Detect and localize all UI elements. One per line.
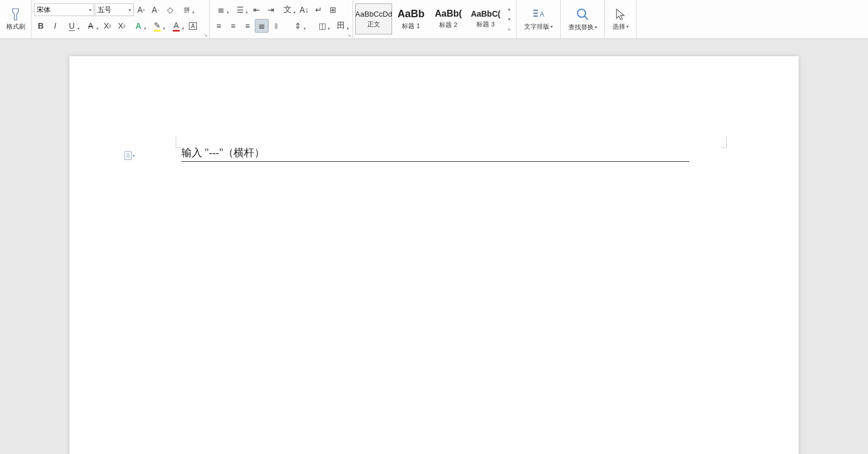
select-cursor-icon	[614, 7, 627, 21]
group-text-layout: A 文字排版▾	[517, 0, 561, 38]
select-button[interactable]: 选择▾	[607, 2, 634, 37]
text-layout-label: 文字排版	[524, 22, 549, 31]
highlight-color-button[interactable]: ✎ ▾	[148, 19, 166, 33]
style-label: 正文	[367, 20, 380, 29]
ribbon-toolbar: 格式刷 宋体 ▾ 五号 ▾ A+ A− ◇ 拼▾ B I U▾ A▾ X2 X2…	[0, 0, 868, 39]
chevron-down-icon: ▾	[129, 7, 131, 13]
outdent-icon: ⇤	[253, 5, 260, 14]
shading-icon: ◫	[319, 21, 326, 30]
svg-rect-2	[533, 15, 538, 17]
text-effects-button[interactable]: A▾	[129, 19, 148, 33]
numbering-icon: ☰	[237, 5, 244, 14]
phonetic-guide-button[interactable]: 拼▾	[177, 3, 196, 17]
document-paragraph[interactable]: 输入 "---"（横杆）	[181, 142, 689, 162]
highlight-icon: ✎	[154, 21, 161, 32]
font-dialog-launcher[interactable]: ↘	[204, 33, 208, 38]
strikethrough-button[interactable]: A▾	[82, 19, 100, 33]
align-left-button[interactable]: ≡	[212, 19, 226, 33]
format-painter-label: 格式刷	[6, 22, 25, 31]
styles-expand[interactable]: ≡	[505, 27, 514, 32]
italic-button[interactable]: I	[48, 19, 62, 33]
tabs-button[interactable]: ⊞	[326, 3, 340, 17]
phonetic-icon: 拼	[184, 6, 190, 14]
find-replace-button[interactable]: 查找替换▾	[563, 2, 602, 37]
text-layout-button[interactable]: A 文字排版▾	[519, 2, 558, 37]
superscript-button[interactable]: X2	[100, 19, 114, 33]
chevron-down-icon: ▾	[133, 153, 135, 158]
paint-brush-icon	[9, 7, 22, 21]
subscript-button[interactable]: X2	[115, 19, 129, 33]
style-heading2[interactable]: AaBb( 标题 2	[430, 3, 467, 34]
group-select: 选择▾	[605, 0, 637, 38]
shading-button[interactable]: ◫▾	[313, 19, 331, 33]
text-effects-icon: A	[135, 21, 141, 30]
style-heading3[interactable]: AaBbC( 标题 3	[467, 3, 504, 34]
group-font: 宋体 ▾ 五号 ▾ A+ A− ◇ 拼▾ B I U▾ A▾ X2 X2 A▾ …	[32, 0, 210, 38]
font-name-value: 宋体	[37, 5, 51, 15]
border-char-icon: A	[189, 22, 197, 30]
align-center-button[interactable]: ≡	[226, 19, 240, 33]
group-paragraph: ≣▾ ☰▾ ⇤ ⇥ 文▾ A↓ ↵ ⊞ ≡ ≡ ≡ ≣ ⫴ ⇕▾ ◫▾ 田▾ ↘	[210, 0, 353, 38]
align-justify-icon: ≣	[258, 21, 265, 30]
text-direction-button[interactable]: 文▾	[278, 3, 297, 17]
svg-rect-0	[533, 10, 538, 11]
sort-icon: A↓	[300, 5, 309, 14]
font-color-icon: A	[173, 21, 180, 32]
outline-gutter-button[interactable]: ▾	[124, 151, 135, 160]
borders-button[interactable]: 田▾	[332, 19, 350, 33]
bold-button[interactable]: B	[34, 19, 48, 33]
document-viewport[interactable]: ▾ 输入 "---"（横杆）	[0, 39, 868, 454]
font-size-value: 五号	[98, 5, 111, 15]
font-size-select[interactable]: 五号 ▾	[95, 3, 134, 16]
align-center-icon: ≡	[231, 21, 235, 30]
line-spacing-button[interactable]: ⇕▾	[289, 19, 307, 33]
styles-scroll-up[interactable]: ▴	[505, 6, 514, 11]
numbering-button[interactable]: ☰▾	[231, 3, 249, 17]
align-right-button[interactable]: ≡	[241, 19, 254, 33]
paragraph-dialog-launcher[interactable]: ↘	[347, 33, 351, 38]
chevron-down-icon: ▾	[89, 7, 91, 13]
bullets-button[interactable]: ≣▾	[212, 3, 230, 17]
font-color-button[interactable]: A ▾	[167, 19, 185, 33]
styles-scroll-down[interactable]: ▾	[505, 17, 514, 22]
style-preview: AaBbCcDd	[355, 10, 392, 18]
group-styles: AaBbCcDd 正文 AaBb 标题 1 AaBb( 标题 2 AaBbC( …	[353, 0, 517, 38]
indent-icon: ⇥	[268, 5, 274, 14]
svg-point-4	[578, 9, 586, 17]
clear-format-button[interactable]: ◇	[163, 3, 177, 17]
select-label: 选择	[613, 22, 625, 31]
style-heading1[interactable]: AaBb 标题 1	[393, 3, 429, 34]
align-distribute-button[interactable]: ⫴	[269, 19, 283, 33]
font-name-select[interactable]: 宋体 ▾	[34, 3, 94, 16]
find-replace-label: 查找替换	[568, 23, 594, 32]
document-icon	[124, 151, 132, 160]
margin-marker-top-right	[721, 137, 727, 148]
style-label: 标题 1	[402, 22, 420, 30]
shrink-font-button[interactable]: A−	[149, 3, 162, 17]
sort-button[interactable]: A↓	[297, 3, 311, 17]
document-body-text: 输入 "---"（横杆）	[181, 146, 265, 160]
style-preview: AaBbC(	[471, 9, 500, 18]
svg-line-5	[584, 16, 588, 20]
tabs-icon: ⊞	[330, 5, 336, 14]
group-find: 查找替换▾	[561, 0, 605, 38]
decrease-indent-button[interactable]: ⇤	[250, 3, 264, 17]
align-justify-button[interactable]: ≣	[255, 19, 269, 33]
document-page[interactable]: ▾ 输入 "---"（横杆）	[69, 56, 799, 454]
show-marks-button[interactable]: ↵	[312, 3, 326, 17]
grow-font-button[interactable]: A+	[134, 3, 148, 17]
style-preview: AaBb(	[435, 9, 462, 19]
bullets-icon: ≣	[218, 5, 224, 14]
textdir-icon: 文	[284, 5, 292, 15]
increase-indent-button[interactable]: ⇥	[264, 3, 278, 17]
style-label: 标题 2	[439, 21, 457, 29]
align-left-icon: ≡	[216, 21, 221, 30]
search-icon	[575, 7, 590, 22]
line-spacing-icon: ⇕	[294, 21, 301, 30]
underline-button[interactable]: U▾	[63, 19, 81, 33]
character-border-button[interactable]: A	[186, 19, 200, 33]
style-normal[interactable]: AaBbCcDd 正文	[355, 3, 392, 34]
align-right-icon: ≡	[245, 21, 250, 30]
format-painter-button[interactable]: 格式刷	[2, 3, 29, 36]
distribute-icon: ⫴	[274, 21, 278, 31]
